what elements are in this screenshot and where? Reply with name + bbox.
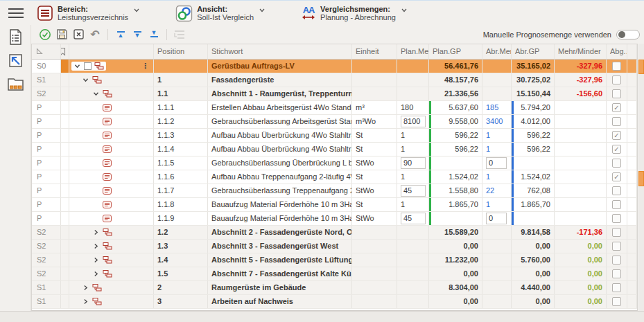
chevron-right-icon[interactable] bbox=[92, 242, 100, 250]
toolbar-separator bbox=[107, 29, 108, 40]
cell-abr-menge[interactable]: 0 bbox=[482, 156, 512, 170]
hamburger-menu-icon[interactable] bbox=[0, 8, 31, 18]
position-note-icon bbox=[103, 201, 112, 208]
chevron-down-icon bbox=[401, 8, 407, 12]
table-row[interactable]: P1.1.2Gebrauchsüberlassung Arbeitsgerüst… bbox=[32, 115, 637, 129]
table-row[interactable]: S13Arbeiten auf Nachweis0,000,000,00 bbox=[32, 295, 637, 309]
abgerechnet-checkbox[interactable] bbox=[612, 256, 621, 265]
abgerechnet-checkbox[interactable] bbox=[612, 269, 621, 278]
table-row[interactable]: S12Raumgerüste im Gebäude8.304,004.440,0… bbox=[32, 281, 637, 295]
plan-menge-input[interactable]: 45 bbox=[401, 213, 426, 224]
abgerechnet-checkbox[interactable] bbox=[612, 159, 621, 168]
prognose-toggle[interactable] bbox=[616, 30, 640, 39]
table-row[interactable]: S21.4Abschnitt 5 - Fassadengerüste Lüftu… bbox=[32, 253, 637, 267]
abgerechnet-checkbox[interactable] bbox=[612, 200, 621, 209]
table-row[interactable]: P1.1.6Aufbau Abbau Treppenaufgang 2-läuf… bbox=[32, 170, 637, 184]
column-header-plan_men[interactable]: Plan.Men... bbox=[397, 44, 429, 59]
abgerechnet-checkbox[interactable]: ✓ bbox=[612, 145, 621, 154]
row-select-checkbox[interactable] bbox=[84, 62, 92, 70]
sidebar-item-project-structure[interactable] bbox=[0, 72, 31, 96]
abgerechnet-checkbox[interactable] bbox=[612, 89, 621, 98]
column-header-mehr_minder[interactable]: Mehr/Minder bbox=[555, 44, 607, 59]
plan-menge-input[interactable]: 90 bbox=[401, 157, 426, 169]
table-row[interactable]: S21.1Abschnitt 1 - Raumgerüst, Treppentu… bbox=[32, 87, 637, 101]
cell-abr-gp: 0,00 bbox=[512, 295, 555, 308]
table-row[interactable]: P1.1.5Gebrauchsüberlassung Überbrückung … bbox=[32, 156, 637, 170]
undo-button[interactable]: ↶ bbox=[87, 27, 103, 42]
cell-plan-menge bbox=[397, 281, 429, 294]
hierarchy-button[interactable] bbox=[171, 27, 188, 42]
bereich-selector[interactable]: Bereich: Leistungsverzeichnis bbox=[37, 5, 139, 21]
chevron-right-icon[interactable] bbox=[82, 298, 89, 305]
plan-menge-input[interactable]: 8100 bbox=[401, 116, 426, 127]
row-indicator bbox=[61, 184, 69, 197]
chevron-down-icon[interactable] bbox=[82, 76, 89, 84]
collapse-all-button[interactable]: ▲ bbox=[112, 27, 129, 42]
table-row[interactable]: S21.2Abschnitt 2 - Fassadengerüste Nord,… bbox=[32, 226, 637, 240]
table-row[interactable]: S11Fassadengerüste48.157,7630.725,02-327… bbox=[32, 73, 637, 87]
table-row[interactable]: P1.1.7Gebrauchsüberlassung Treppenaufgan… bbox=[32, 184, 637, 198]
abgerechnet-checkbox[interactable] bbox=[612, 75, 621, 84]
abgerechnet-checkbox[interactable] bbox=[612, 62, 621, 71]
chevron-right-icon[interactable] bbox=[92, 270, 100, 278]
abgerechnet-checkbox[interactable]: ✓ bbox=[612, 172, 621, 181]
sidebar-item-document-list[interactable] bbox=[0, 25, 31, 48]
column-header-plan_gp[interactable]: Plan.GP bbox=[429, 44, 482, 59]
abgerechnet-checkbox[interactable] bbox=[612, 297, 621, 306]
abgerechnet-checkbox[interactable] bbox=[612, 228, 621, 237]
table-row[interactable]: P1.1.4Aufbau Abbau Überbrückung 4Wo Stah… bbox=[32, 143, 637, 156]
ansicht-selector[interactable]: Ansicht: Soll-Ist Vergleich bbox=[175, 5, 265, 22]
save-button[interactable] bbox=[53, 27, 70, 42]
cancel-button[interactable] bbox=[70, 27, 87, 42]
chevron-right-icon[interactable] bbox=[92, 256, 100, 264]
table-row[interactable]: P1.1.8Bauaufzug Material Förderhöhe 10 m… bbox=[32, 198, 637, 212]
expand-all-button[interactable]: ▼ bbox=[146, 27, 162, 42]
column-header-extra[interactable] bbox=[627, 44, 637, 59]
cell-einheit bbox=[352, 226, 397, 239]
cell-plan-gp: 9.558,00 bbox=[429, 115, 482, 128]
abgerechnet-checkbox[interactable]: ✓ bbox=[612, 103, 621, 112]
vergleichsmengen-selector[interactable]: AA Vergleichsmengen: Planung - Abrechnun… bbox=[301, 5, 407, 21]
cell-extra bbox=[627, 198, 637, 211]
chevron-down-icon[interactable] bbox=[73, 62, 81, 70]
abgerechnet-checkbox[interactable] bbox=[612, 186, 621, 195]
chevron-right-icon[interactable] bbox=[82, 284, 89, 292]
column-header-abr_men[interactable]: Abr.Men... bbox=[482, 44, 512, 59]
column-header-position[interactable]: Position bbox=[154, 44, 208, 59]
cell-plan-menge[interactable]: 45 bbox=[397, 184, 429, 197]
table-row[interactable]: S21.5Abschnitt 7 - Fassadengerüst Kalte … bbox=[32, 267, 637, 281]
column-header-stichwort[interactable]: Stichwort bbox=[208, 44, 352, 59]
abgerechnet-checkbox[interactable] bbox=[612, 214, 621, 223]
cell-plan-menge[interactable]: 45 bbox=[397, 212, 429, 225]
abr-menge-input[interactable]: 0 bbox=[486, 157, 507, 169]
table-row[interactable]: P1.1.9Bauaufzug Material Förderhöhe 10 m… bbox=[32, 212, 637, 226]
column-header-abr_gp[interactable]: Abr.GP bbox=[512, 44, 555, 59]
cell-plan-menge[interactable]: 90 bbox=[397, 156, 429, 170]
cell-abr-menge[interactable]: 0 bbox=[482, 212, 512, 225]
table-row[interactable]: S21.3Abschnitt 3 - Fassadengerüst West0,… bbox=[32, 240, 637, 253]
abr-menge-input[interactable]: 0 bbox=[486, 213, 507, 224]
abgerechnet-checkbox[interactable]: ✓ bbox=[612, 131, 621, 140]
abgerechnet-checkbox[interactable] bbox=[612, 242, 621, 251]
abgerechnet-checkbox[interactable] bbox=[612, 117, 621, 126]
plan-menge-input[interactable]: 45 bbox=[401, 185, 426, 197]
column-header-ind[interactable] bbox=[61, 44, 69, 59]
expand-next-level-button[interactable]: ▼ bbox=[129, 27, 146, 42]
chevron-down-icon[interactable] bbox=[92, 90, 100, 98]
column-header-type[interactable] bbox=[32, 44, 61, 59]
table-row[interactable]: S0⋮Gerüstbau Auftrags-LV56.461,7635.165,… bbox=[32, 60, 637, 73]
abr-marker-bar bbox=[512, 129, 514, 142]
column-header-tree[interactable] bbox=[69, 44, 154, 59]
table-row[interactable]: P1.1.3Aufbau Abbau Überbrückung 4Wo Stah… bbox=[32, 129, 637, 143]
chevron-right-icon[interactable] bbox=[92, 229, 100, 236]
row-menu-icon[interactable]: ⋮ bbox=[141, 60, 151, 73]
cell-plan-menge[interactable]: 8100 bbox=[397, 115, 429, 128]
column-header-abg[interactable]: Abg... bbox=[607, 44, 627, 59]
table-row[interactable]: P1.1.1Erstellen Abbau Arbeitsgerüst 4Wo … bbox=[32, 101, 637, 115]
cell-extra bbox=[627, 143, 637, 156]
abgerechnet-checkbox[interactable] bbox=[612, 283, 621, 292]
confirm-button[interactable] bbox=[37, 27, 53, 42]
sidebar-item-open-external[interactable] bbox=[0, 48, 31, 72]
cell-position: 1.1.7 bbox=[154, 184, 208, 197]
column-header-einheit[interactable]: Einheit bbox=[352, 44, 397, 59]
